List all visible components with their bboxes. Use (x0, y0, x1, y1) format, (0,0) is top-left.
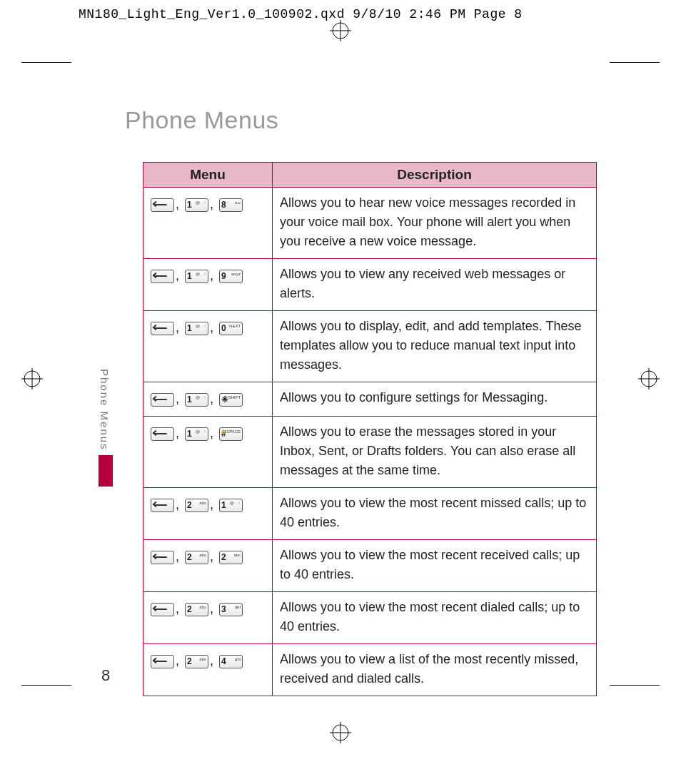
keypad-key-icon: #🔒 SPACE (219, 427, 243, 441)
menu-description: Allows you to view any received web mess… (273, 259, 597, 311)
column-header-description: Description (273, 163, 597, 188)
registration-mark-left-icon (21, 368, 43, 390)
keypad-key-icon: 2abc (185, 655, 208, 668)
menu-key-sequence: , 1@ . ⍤, 0NEXT (143, 311, 273, 382)
menu-key-sequence: , 1@ . ⍤, ✳⇧ SHIFT (143, 382, 273, 417)
softkey-icon (151, 322, 174, 335)
keypad-key-icon: 9wxyz (219, 270, 243, 283)
softkey-icon (151, 655, 174, 668)
menu-table: Menu Description , 1@ . ⍤, 8tuvAllows yo… (143, 162, 597, 696)
menu-description: Allows you to view the most recent diale… (273, 592, 597, 644)
registration-mark-bottom-icon (330, 722, 351, 743)
keypad-key-icon: ✳⇧ SHIFT (219, 393, 243, 407)
table-row: , 1@ . ⍤, 0NEXTAllows you to display, ed… (143, 311, 597, 382)
menu-description: Allows you to view the most recent recei… (273, 540, 597, 592)
keypad-key-icon: 1@ . ⍤ (185, 393, 208, 407)
menu-description: Allows you to erase the messages stored … (273, 417, 597, 488)
menu-key-sequence: , 1@ . ⍤, 8tuv (143, 188, 273, 259)
softkey-icon (151, 499, 174, 512)
menu-key-sequence: , 2abc, 2abc (143, 540, 273, 592)
page-title: Phone Menus (125, 106, 278, 134)
page-body: Phone Menus Phone Menus 8 Menu Descripti… (71, 62, 610, 685)
crop-mark-icon (21, 62, 71, 63)
keypad-key-icon: 3def (219, 603, 243, 616)
keypad-key-icon: 2abc (219, 551, 243, 564)
menu-description: Allows you to view a list of the most re… (273, 644, 597, 696)
keypad-key-icon: 1@ . ⍤ (185, 427, 208, 441)
page-number: 8 (101, 666, 110, 685)
keypad-key-icon: 2abc (185, 603, 208, 616)
table-row: , 2abc, 4ghiAllows you to view a list of… (143, 644, 597, 696)
keypad-key-icon: 2abc (185, 551, 208, 564)
column-header-menu: Menu (143, 163, 273, 188)
section-tab-color-block (99, 455, 113, 487)
menu-key-sequence: , 2abc, 1@ . ⍤ (143, 488, 273, 540)
menu-key-sequence: , 1@ . ⍤, #🔒 SPACE (143, 417, 273, 488)
menu-description: Allows you to hear new voice messages re… (273, 188, 597, 259)
crop-mark-icon (21, 685, 71, 686)
keypad-key-icon: 1@ . ⍤ (185, 270, 208, 283)
crop-mark-icon (610, 685, 660, 686)
softkey-icon (151, 198, 174, 212)
table-row: , 1@ . ⍤, #🔒 SPACEAllows you to erase th… (143, 417, 597, 488)
softkey-icon (151, 551, 174, 564)
section-tab-label: Phone Menus (99, 369, 111, 451)
keypad-key-icon: 1@ . ⍤ (185, 198, 208, 212)
menu-description: Allows you to view the most recent misse… (273, 488, 597, 540)
menu-description: Allows you to configure settings for Mes… (273, 382, 597, 417)
menu-key-sequence: , 1@ . ⍤, 9wxyz (143, 259, 273, 311)
menu-key-sequence: , 2abc, 3def (143, 592, 273, 644)
registration-mark-right-icon (638, 368, 660, 390)
section-tab: Phone Menus (99, 369, 114, 487)
softkey-icon (151, 427, 174, 441)
softkey-icon (151, 603, 174, 616)
table-row: , 2abc, 1@ . ⍤Allows you to view the mos… (143, 488, 597, 540)
registration-mark-top-icon (330, 20, 351, 41)
table-row: , 1@ . ⍤, 9wxyzAllows you to view any re… (143, 259, 597, 311)
table-row: , 1@ . ⍤, ✳⇧ SHIFTAllows you to configur… (143, 382, 597, 417)
print-header: MN180_Light_Eng_Ver1.0_100902.qxd 9/8/10… (79, 7, 652, 21)
table-row: , 2abc, 3defAllows you to view the most … (143, 592, 597, 644)
keypad-key-icon: 1@ . ⍤ (219, 499, 243, 512)
keypad-key-icon: 8tuv (219, 198, 243, 212)
softkey-icon (151, 270, 174, 283)
table-row: , 1@ . ⍤, 8tuvAllows you to hear new voi… (143, 188, 597, 259)
table-row: , 2abc, 2abcAllows you to view the most … (143, 540, 597, 592)
keypad-key-icon: 4ghi (219, 655, 243, 668)
keypad-key-icon: 2abc (185, 499, 208, 512)
softkey-icon (151, 393, 174, 407)
keypad-key-icon: 1@ . ⍤ (185, 322, 208, 335)
menu-description: Allows you to display, edit, and add tem… (273, 311, 597, 382)
menu-key-sequence: , 2abc, 4ghi (143, 644, 273, 696)
crop-mark-icon (610, 62, 660, 63)
keypad-key-icon: 0NEXT (219, 322, 243, 335)
